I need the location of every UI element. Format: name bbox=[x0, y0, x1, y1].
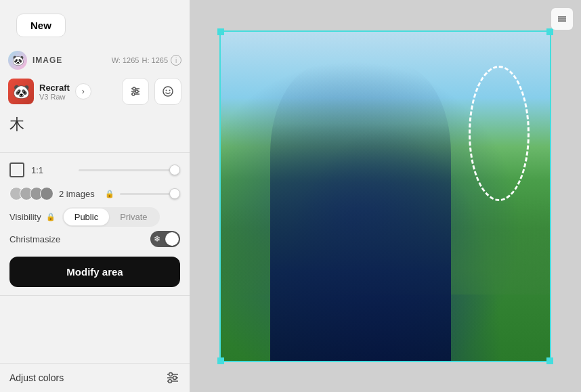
canvas-menu-button[interactable] bbox=[551, 8, 573, 30]
avatar-stack bbox=[9, 187, 53, 200]
visibility-private-tab[interactable]: Private bbox=[109, 209, 158, 225]
visibility-row: Visibility 🔒 Public Private bbox=[0, 207, 190, 227]
info-icon[interactable]: i bbox=[171, 55, 181, 66]
corner-handle-bl[interactable] bbox=[217, 357, 224, 364]
visibility-lock-icon: 🔒 bbox=[46, 213, 56, 221]
canvas-toolbar bbox=[551, 8, 573, 30]
image-dimensions: W: 1265 H: 1265 i bbox=[112, 55, 181, 66]
images-count-control: 2 images 🔒 bbox=[9, 187, 180, 200]
model-info: Recraft V3 Raw bbox=[39, 83, 70, 101]
adjust-colors-row[interactable]: Adjust colors bbox=[0, 363, 190, 392]
main-image bbox=[221, 32, 550, 361]
section-label: IMAGE bbox=[33, 56, 62, 65]
svg-point-7 bbox=[166, 90, 167, 91]
aspect-ratio-label: 1:1 bbox=[31, 165, 72, 175]
sliders-button[interactable] bbox=[122, 78, 149, 105]
christmas-toggle[interactable]: ❄ bbox=[150, 231, 180, 247]
face-icon bbox=[162, 85, 174, 97]
face-button[interactable] bbox=[154, 78, 181, 105]
model-name: Recraft bbox=[39, 83, 70, 93]
image-section-icon: 🐼 bbox=[8, 51, 27, 70]
model-row: 🐼 Recraft V3 Raw › bbox=[0, 74, 190, 109]
snowflake-icon: ❄ bbox=[154, 234, 160, 244]
christmas-label: Christmasize bbox=[9, 234, 144, 244]
prompt-text: 木 bbox=[9, 116, 24, 133]
model-actions bbox=[122, 78, 181, 105]
avatar-4 bbox=[40, 187, 53, 200]
aspect-ratio-slider[interactable] bbox=[79, 169, 180, 171]
svg-point-12 bbox=[169, 373, 173, 376]
divider-1 bbox=[0, 152, 190, 153]
girl-figure bbox=[270, 64, 451, 360]
new-button[interactable]: New bbox=[16, 14, 66, 37]
images-count-thumb[interactable] bbox=[169, 188, 180, 199]
left-panel: New 🐼 IMAGE W: 1265 H: 1265 i 🐼 Recraft … bbox=[0, 0, 190, 392]
canvas-area bbox=[190, 0, 581, 392]
visibility-public-tab[interactable]: Public bbox=[64, 209, 109, 225]
modify-area-button[interactable]: Modify area bbox=[9, 257, 180, 287]
menu-icon bbox=[557, 14, 567, 24]
corner-handle-br[interactable] bbox=[546, 357, 553, 364]
model-thumbnail: 🐼 bbox=[8, 79, 34, 104]
divider-2 bbox=[0, 295, 190, 296]
christmas-row: Christmasize ❄ bbox=[0, 227, 190, 251]
adjust-colors-label: Adjust colors bbox=[9, 372, 165, 383]
aspect-ratio-control: 1:1 bbox=[9, 162, 180, 177]
corner-handle-tl[interactable] bbox=[217, 28, 224, 35]
svg-point-13 bbox=[173, 376, 177, 380]
images-count-label: 2 images bbox=[59, 189, 100, 199]
aspect-ratio-thumb[interactable] bbox=[169, 165, 180, 175]
prompt-area: 木 bbox=[0, 109, 190, 150]
visibility-tab-group: Public Private bbox=[62, 207, 160, 227]
controls-section: 1:1 2 images 🔒 bbox=[0, 156, 190, 207]
visibility-label: Visibility 🔒 bbox=[9, 212, 56, 222]
model-sub: V3 Raw bbox=[39, 93, 70, 101]
svg-point-8 bbox=[169, 90, 171, 91]
toggle-knob bbox=[165, 232, 179, 246]
image-container bbox=[219, 30, 551, 362]
model-expand-button[interactable]: › bbox=[75, 83, 91, 100]
sliders-icon bbox=[129, 85, 142, 97]
svg-point-6 bbox=[163, 87, 173, 96]
images-count-slider[interactable] bbox=[120, 193, 180, 195]
aspect-icon bbox=[9, 162, 24, 177]
images-lock-icon: 🔒 bbox=[105, 190, 114, 198]
image-header: 🐼 IMAGE W: 1265 H: 1265 i bbox=[0, 47, 190, 74]
svg-point-5 bbox=[132, 93, 135, 95]
svg-point-14 bbox=[169, 380, 172, 383]
svg-point-4 bbox=[135, 90, 138, 93]
svg-point-3 bbox=[133, 87, 135, 90]
adjust-colors-icon bbox=[165, 370, 180, 385]
